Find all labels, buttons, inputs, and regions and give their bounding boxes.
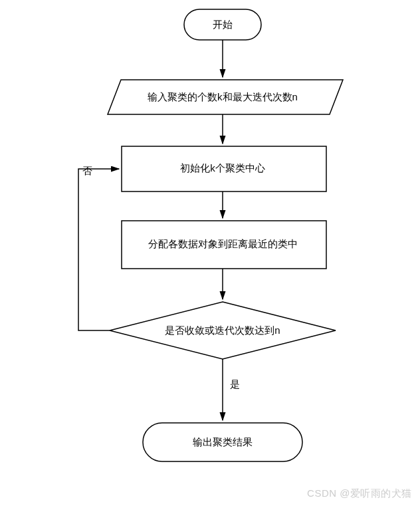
assign-label: 分配各数据对象到距离最近的类中 [148,238,298,249]
start-label: 开始 [213,19,233,30]
init-label: 初始化k个聚类中心 [180,162,265,174]
watermark-text: CSDN @爱听雨的犬猫 [307,487,412,500]
edge-decision-no [78,169,119,330]
no-label: 否 [82,165,92,176]
input-label: 输入聚类的个数k和最大迭代次数n [148,91,298,102]
output-label: 输出聚类结果 [193,436,253,447]
decision-label: 是否收敛或迭代次数达到n [165,324,280,336]
yes-label: 是 [230,378,240,390]
flowchart-canvas: 开始 输入聚类的个数k和最大迭代次数n 初始化k个聚类中心 分配各数据对象到距离… [0,0,420,508]
